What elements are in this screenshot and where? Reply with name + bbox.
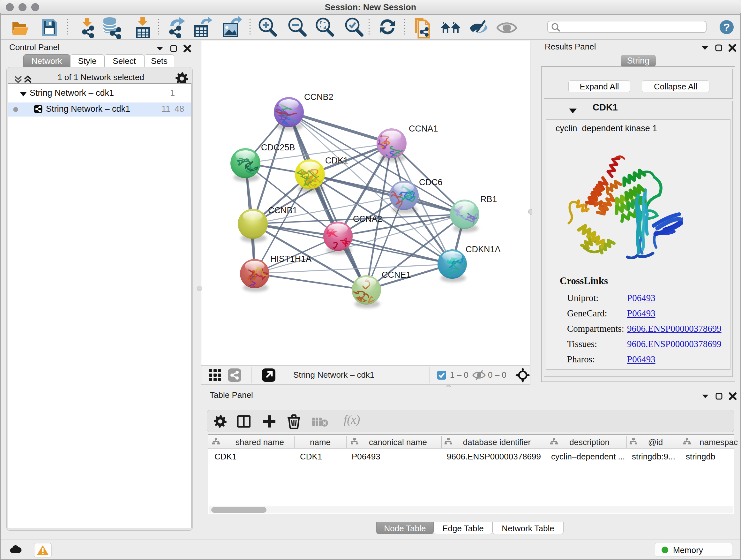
svg-text:CCNE1: CCNE1: [382, 270, 411, 280]
svg-text:CDC25B: CDC25B: [261, 143, 295, 152]
svg-text:CCNB1: CCNB1: [268, 206, 297, 215]
svg-text:CCNA1: CCNA1: [409, 124, 438, 133]
svg-text:HIST1H1A: HIST1H1A: [270, 254, 312, 264]
svg-text:?: ?: [724, 21, 730, 33]
svg-text:CCNA2: CCNA2: [353, 214, 382, 224]
svg-text:RB1: RB1: [480, 194, 497, 204]
svg-text:CDKN1A: CDKN1A: [466, 245, 501, 254]
svg-text:CDC6: CDC6: [419, 178, 443, 187]
svg-text:CCNB2: CCNB2: [304, 92, 333, 102]
svg-text:CDK1: CDK1: [325, 156, 348, 165]
